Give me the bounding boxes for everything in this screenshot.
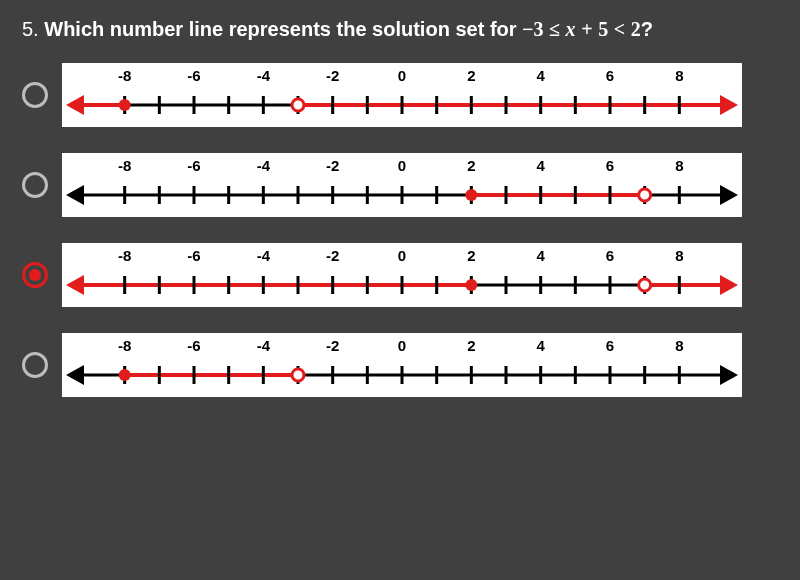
svg-text:2: 2 (467, 247, 475, 264)
svg-marker-3 (66, 95, 84, 115)
svg-text:-2: -2 (326, 337, 339, 354)
svg-marker-100 (66, 365, 84, 385)
svg-text:4: 4 (536, 337, 545, 354)
svg-text:6: 6 (606, 337, 614, 354)
svg-text:8: 8 (675, 337, 683, 354)
svg-text:0: 0 (398, 247, 406, 264)
ineq-p3: + (581, 18, 592, 40)
svg-text:2: 2 (467, 67, 475, 84)
svg-point-63 (465, 189, 477, 201)
svg-text:0: 0 (398, 67, 406, 84)
svg-text:4: 4 (536, 67, 545, 84)
ineq-p1: ≤ (549, 18, 560, 40)
number-line-svg: -8-6-4-202468 (62, 153, 742, 217)
number-line: -8-6-4-202468 (62, 153, 742, 217)
svg-text:-4: -4 (257, 157, 271, 174)
question-number: 5. (22, 18, 39, 40)
options-container: -8-6-4-202468-8-6-4-202468-8-6-4-202468-… (22, 63, 778, 397)
ineq-p4: 5 (598, 18, 608, 40)
option-row[interactable]: -8-6-4-202468 (22, 243, 778, 307)
number-line: -8-6-4-202468 (62, 243, 742, 307)
ineq-p6: 2 (631, 18, 641, 40)
svg-text:-4: -4 (257, 67, 271, 84)
svg-point-32 (292, 99, 304, 111)
svg-text:6: 6 (606, 67, 614, 84)
ineq-p2: x (566, 18, 576, 40)
svg-point-64 (639, 189, 651, 201)
svg-marker-101 (720, 365, 738, 385)
svg-point-97 (639, 279, 651, 291)
svg-text:4: 4 (536, 157, 545, 174)
svg-text:-4: -4 (257, 247, 271, 264)
svg-point-128 (119, 369, 131, 381)
svg-marker-4 (720, 95, 738, 115)
svg-text:2: 2 (467, 337, 475, 354)
svg-text:-8: -8 (118, 337, 131, 354)
svg-text:-8: -8 (118, 67, 131, 84)
svg-text:8: 8 (675, 247, 683, 264)
ineq-p0: −3 (522, 18, 543, 40)
svg-text:0: 0 (398, 157, 406, 174)
svg-text:6: 6 (606, 157, 614, 174)
question-prefix: Which number line represents the solutio… (44, 18, 522, 40)
option-row[interactable]: -8-6-4-202468 (22, 153, 778, 217)
svg-text:0: 0 (398, 337, 406, 354)
svg-text:8: 8 (675, 157, 683, 174)
number-line: -8-6-4-202468 (62, 333, 742, 397)
svg-text:-2: -2 (326, 67, 339, 84)
number-line-svg: -8-6-4-202468 (62, 243, 742, 307)
svg-text:4: 4 (536, 247, 545, 264)
radio-button[interactable] (22, 352, 48, 378)
svg-text:-2: -2 (326, 157, 339, 174)
question-suffix: ? (641, 18, 653, 40)
number-line-svg: -8-6-4-202468 (62, 333, 742, 397)
ineq-p5: < (614, 18, 625, 40)
svg-text:-8: -8 (118, 157, 131, 174)
svg-text:8: 8 (675, 67, 683, 84)
svg-marker-36 (720, 185, 738, 205)
svg-text:-6: -6 (187, 337, 200, 354)
radio-button[interactable] (22, 262, 48, 288)
svg-point-31 (119, 99, 131, 111)
svg-text:-6: -6 (187, 157, 200, 174)
svg-text:-4: -4 (257, 337, 271, 354)
svg-text:-6: -6 (187, 247, 200, 264)
svg-text:2: 2 (467, 157, 475, 174)
radio-button[interactable] (22, 82, 48, 108)
question-text: 5. Which number line represents the solu… (22, 18, 778, 41)
number-line-svg: -8-6-4-202468 (62, 63, 742, 127)
radio-button[interactable] (22, 172, 48, 198)
svg-point-129 (292, 369, 304, 381)
svg-text:-8: -8 (118, 247, 131, 264)
svg-text:-2: -2 (326, 247, 339, 264)
option-row[interactable]: -8-6-4-202468 (22, 63, 778, 127)
number-line: -8-6-4-202468 (62, 63, 742, 127)
svg-text:-6: -6 (187, 67, 200, 84)
svg-text:6: 6 (606, 247, 614, 264)
svg-marker-35 (66, 185, 84, 205)
option-row[interactable]: -8-6-4-202468 (22, 333, 778, 397)
svg-marker-68 (66, 275, 84, 295)
svg-marker-69 (720, 275, 738, 295)
svg-point-96 (465, 279, 477, 291)
